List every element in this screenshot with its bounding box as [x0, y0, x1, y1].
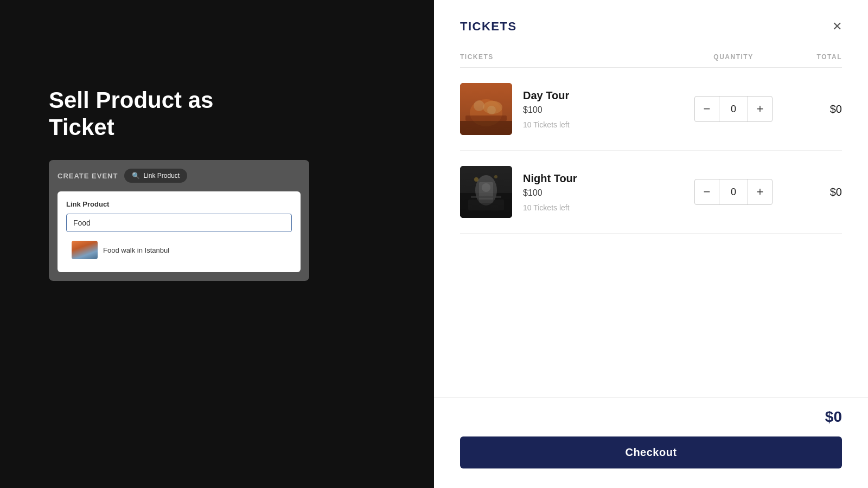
ticket-price: $100	[523, 188, 577, 198]
close-button[interactable]: ✕	[832, 21, 842, 33]
create-event-label: CREATE EVENT	[58, 172, 118, 180]
table-row: Day Tour $100 10 Tickets left − 0 + $0	[460, 68, 842, 151]
link-product-btn-label: Link Product	[143, 172, 180, 179]
total-column-header: TOTAL	[788, 53, 842, 61]
quantity-column-header: QUANTITY	[679, 53, 788, 61]
link-product-label: Link Product	[66, 200, 292, 208]
svg-rect-3	[465, 115, 507, 121]
ticket-price: $100	[523, 105, 570, 115]
svg-point-14	[474, 177, 478, 182]
quantity-control: − 0 +	[679, 179, 788, 205]
quantity-control: − 0 +	[679, 96, 788, 122]
page-heading: Sell Product as Ticket	[49, 87, 213, 142]
quantity-decrease-button[interactable]: −	[695, 97, 719, 121]
card-header: CREATE EVENT 🔍 Link Product	[58, 169, 301, 183]
ticket-name: Night Tour	[523, 172, 577, 185]
day-tour-image	[460, 83, 512, 135]
ticket-info: Night Tour $100 10 Tickets left	[460, 166, 679, 218]
modal-header: TICKETS ✕	[434, 0, 868, 44]
link-product-button[interactable]: 🔍 Link Product	[124, 169, 187, 183]
ticket-details: Day Tour $100 10 Tickets left	[523, 89, 570, 129]
left-panel: Sell Product as Ticket	[49, 87, 213, 163]
quantity-increase-button[interactable]: +	[748, 179, 772, 204]
quantity-increase-button[interactable]: +	[748, 97, 772, 121]
svg-rect-10	[479, 182, 493, 203]
svg-point-4	[474, 100, 484, 111]
create-event-card: CREATE EVENT 🔍 Link Product Link Product…	[49, 160, 309, 281]
ticket-total: $0	[788, 103, 842, 115]
column-headers: TICKETS QUANTITY TOTAL	[460, 44, 842, 68]
tickets-modal: TICKETS ✕ TICKETS QUANTITY TOTAL	[434, 0, 868, 488]
svg-rect-6	[460, 121, 512, 135]
svg-rect-12	[471, 196, 501, 198]
ticket-details: Night Tour $100 10 Tickets left	[523, 172, 577, 212]
table-row: Night Tour $100 10 Tickets left − 0 + $0	[460, 151, 842, 234]
search-icon: 🔍	[132, 172, 140, 179]
link-product-input[interactable]	[66, 214, 292, 232]
svg-rect-7	[460, 166, 512, 218]
svg-point-5	[487, 106, 496, 114]
svg-point-2	[483, 101, 502, 114]
ticket-total: $0	[788, 186, 842, 198]
svg-rect-0	[460, 83, 512, 135]
checkout-button[interactable]: Checkout	[460, 436, 842, 468]
svg-point-9	[475, 175, 497, 206]
dropdown-item[interactable]: Food walk in Istanbul	[66, 236, 292, 264]
tickets-left: 10 Tickets left	[523, 203, 577, 212]
grand-total: $0	[460, 408, 842, 426]
ticket-info: Day Tour $100 10 Tickets left	[460, 83, 679, 135]
ticket-name: Day Tour	[523, 89, 570, 102]
svg-point-11	[482, 183, 490, 192]
quantity-box: − 0 +	[694, 96, 773, 122]
modal-footer: $0 Checkout	[434, 397, 868, 488]
tickets-column-header: TICKETS	[460, 53, 679, 61]
modal-title: TICKETS	[460, 20, 517, 34]
night-tour-image	[460, 166, 512, 218]
link-product-panel: Link Product Food walk in Istanbul	[58, 191, 301, 272]
dropdown-item-text: Food walk in Istanbul	[103, 246, 169, 254]
dropdown-thumb	[72, 241, 98, 259]
quantity-value: 0	[719, 97, 748, 121]
quantity-box: − 0 +	[694, 179, 773, 205]
svg-rect-13	[468, 200, 504, 210]
quantity-value: 0	[719, 179, 748, 204]
svg-point-1	[470, 99, 502, 126]
search-dropdown: Food walk in Istanbul	[66, 236, 292, 264]
modal-body: TICKETS QUANTITY TOTAL	[434, 44, 868, 397]
svg-rect-8	[460, 193, 512, 218]
tickets-left: 10 Tickets left	[523, 120, 570, 129]
quantity-decrease-button[interactable]: −	[695, 179, 719, 204]
svg-point-15	[494, 175, 497, 178]
